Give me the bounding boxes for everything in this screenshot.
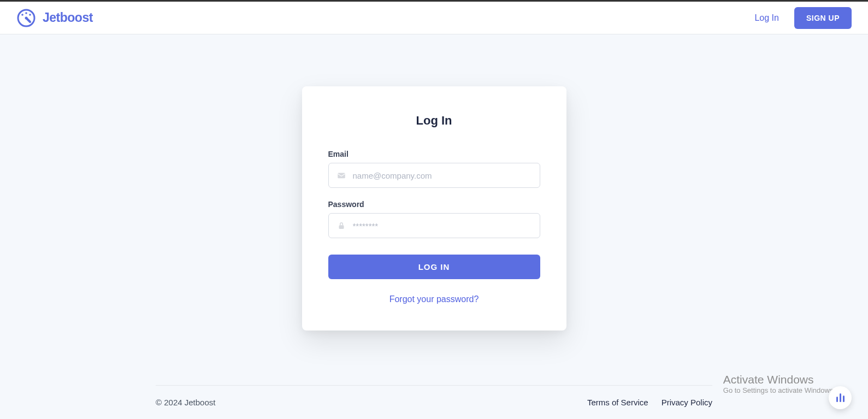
terms-link[interactable]: Terms of Service [587,398,648,407]
signup-button[interactable]: SIGN UP [794,7,852,29]
copyright-text: © 2024 Jetboost [156,398,215,407]
mail-icon [336,170,346,180]
password-input-wrap[interactable] [328,213,540,238]
svg-rect-6 [339,225,344,229]
password-label: Password [328,200,540,209]
brand-name: Jetboost [43,10,93,25]
password-input[interactable] [353,221,532,231]
footer-links: Terms of Service Privacy Policy [587,398,712,407]
email-label: Email [328,150,540,158]
card-title: Log In [328,114,540,128]
watermark-sub: Go to Settings to activate Windows. [723,386,835,394]
email-group: Email [328,150,540,188]
main-content: Log In Email Password LOG IN F [0,34,868,385]
svg-point-4 [25,16,28,19]
login-card: Log In Email Password LOG IN F [302,86,566,331]
chat-bars-icon [836,393,845,402]
footer: © 2024 Jetboost Terms of Service Privacy… [156,385,712,419]
email-input-wrap[interactable] [328,163,540,188]
login-link[interactable]: Log In [754,13,778,23]
privacy-link[interactable]: Privacy Policy [662,398,712,407]
chat-widget-button[interactable] [829,386,852,409]
svg-rect-5 [338,173,345,179]
forgot-password-link[interactable]: Forgot your password? [328,294,540,304]
password-group: Password [328,200,540,238]
svg-point-2 [25,12,27,14]
header-nav: Log In SIGN UP [754,7,852,29]
svg-point-3 [29,14,31,16]
brand-logo[interactable]: Jetboost [16,8,93,28]
svg-point-1 [21,14,23,16]
gauge-icon [16,8,36,28]
lock-icon [336,221,346,231]
email-input[interactable] [353,171,532,180]
header-bar: Jetboost Log In SIGN UP [0,2,868,34]
login-submit-button[interactable]: LOG IN [328,255,540,279]
